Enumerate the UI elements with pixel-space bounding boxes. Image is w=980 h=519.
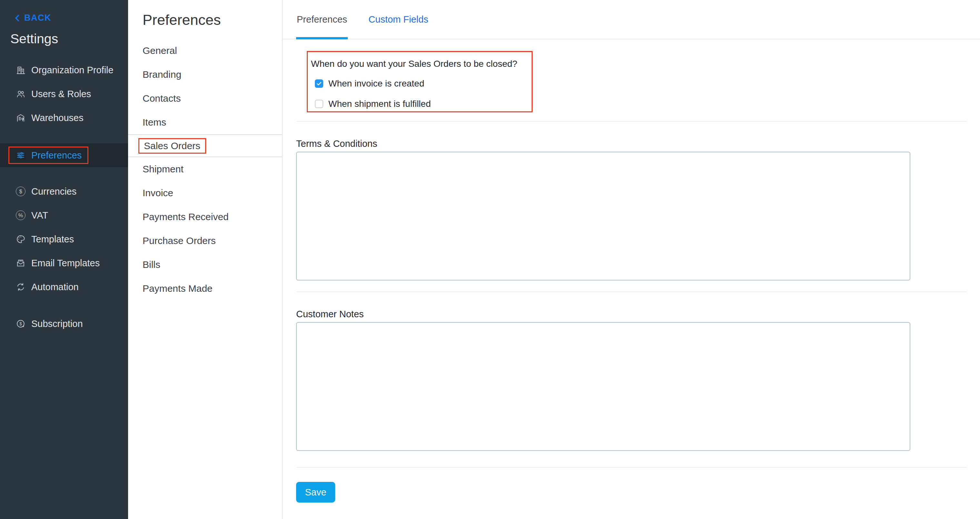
tab-content: When do you want your Sales Orders to be…: [283, 51, 980, 503]
option-label: When invoice is created: [328, 78, 424, 89]
envelope-icon: [16, 258, 26, 268]
section-divider: [296, 467, 967, 468]
sidebar-item-currencies[interactable]: $ Currencies: [0, 179, 128, 203]
checkbox-checked-icon[interactable]: [315, 80, 323, 88]
sidebar-item-label: Organization Profile: [31, 65, 113, 75]
back-link[interactable]: BACK: [14, 13, 128, 23]
sidebar-item-email-templates[interactable]: Email Templates: [0, 251, 128, 275]
sliders-icon: [16, 150, 26, 160]
sidebar-item-vat[interactable]: % VAT: [0, 203, 128, 227]
preferences-subnav: Preferences General Branding Contacts It…: [128, 0, 283, 519]
subnav-item-general[interactable]: General: [128, 39, 282, 62]
subnav-item-payments-made[interactable]: Payments Made: [128, 276, 282, 300]
annotation-red-box-question: When do you want your Sales Orders to be…: [307, 51, 533, 112]
section-divider: [296, 291, 967, 292]
sidebar-item-automation[interactable]: Automation: [0, 275, 128, 299]
close-question-label: When do you want your Sales Orders to be…: [311, 58, 531, 69]
customer-notes-label: Customer Notes: [296, 308, 980, 319]
section-divider: [296, 121, 967, 122]
subnav-item-bills[interactable]: Bills: [128, 253, 282, 276]
subnav-item-payments-received[interactable]: Payments Received: [128, 205, 282, 229]
checkbox-unchecked-icon[interactable]: [315, 100, 323, 108]
sidebar-item-label: VAT: [31, 210, 48, 221]
tab-bar: Preferences Custom Fields: [283, 0, 980, 39]
settings-nav: Organization Profile Users & Roles Wareh…: [0, 58, 128, 336]
sidebar-item-subscription[interactable]: $ Subscription: [0, 312, 128, 336]
sales-orders-preferences-panel: Preferences Custom Fields When do you wa…: [283, 0, 980, 519]
sidebar-item-label: Email Templates: [31, 258, 100, 268]
percent-circle-icon: %: [16, 210, 26, 220]
warehouse-icon: [16, 113, 26, 123]
annotation-red-box-sidebar: Preferences: [8, 147, 88, 164]
terms-conditions-label: Terms & Conditions: [296, 138, 980, 149]
customer-notes-textarea[interactable]: [296, 322, 910, 451]
sidebar-item-organization-profile[interactable]: Organization Profile: [0, 58, 128, 82]
subnav-item-shipment[interactable]: Shipment: [128, 157, 282, 181]
preferences-module-list: General Branding Contacts Items Sales Or…: [128, 39, 282, 300]
subnav-item-invoice[interactable]: Invoice: [128, 181, 282, 205]
dollar-refresh-icon: $: [16, 319, 26, 329]
sync-icon: [16, 282, 26, 292]
subnav-item-sales-orders[interactable]: Sales Orders: [128, 134, 282, 157]
building-icon: [16, 65, 26, 75]
save-button[interactable]: Save: [296, 482, 335, 503]
terms-conditions-textarea[interactable]: [296, 152, 910, 281]
sidebar-item-templates[interactable]: Templates: [0, 227, 128, 251]
sidebar-item-label: Subscription: [31, 319, 83, 329]
subnav-item-purchase-orders[interactable]: Purchase Orders: [128, 229, 282, 253]
annotation-red-box-sales-orders: Sales Orders: [138, 138, 206, 153]
back-link-label: BACK: [24, 13, 51, 23]
sidebar-item-label: Preferences: [31, 150, 82, 161]
sidebar-item-label: Currencies: [31, 186, 76, 197]
sidebar-item-label: Users & Roles: [31, 89, 91, 99]
sidebar-item-warehouses[interactable]: Warehouses: [0, 106, 128, 130]
sidebar-item-label: Automation: [31, 282, 79, 292]
users-icon: [16, 89, 26, 99]
settings-sidebar: BACK Settings Organization Profile Users…: [0, 0, 128, 519]
option-when-shipment-fulfilled[interactable]: When shipment is fulfilled: [315, 99, 531, 109]
subnav-title: Preferences: [143, 12, 282, 29]
subnav-item-branding[interactable]: Branding: [128, 62, 282, 86]
sidebar-item-label: Templates: [31, 234, 74, 245]
option-label: When shipment is fulfilled: [328, 99, 431, 109]
subnav-item-contacts[interactable]: Contacts: [128, 86, 282, 110]
tab-custom-fields[interactable]: Custom Fields: [368, 0, 429, 39]
svg-text:$: $: [19, 321, 22, 326]
sidebar-item-label: Warehouses: [31, 113, 84, 123]
dollar-circle-icon: $: [16, 186, 26, 196]
settings-title: Settings: [10, 31, 128, 46]
palette-icon: [16, 234, 26, 244]
option-when-invoice-created[interactable]: When invoice is created: [315, 78, 531, 89]
sidebar-item-users-roles[interactable]: Users & Roles: [0, 82, 128, 106]
sidebar-item-preferences[interactable]: Preferences: [0, 143, 128, 167]
chevron-left-icon: [14, 14, 21, 22]
tab-preferences[interactable]: Preferences: [296, 0, 348, 39]
subnav-item-label: Sales Orders: [144, 141, 200, 152]
subnav-item-items[interactable]: Items: [128, 110, 282, 134]
